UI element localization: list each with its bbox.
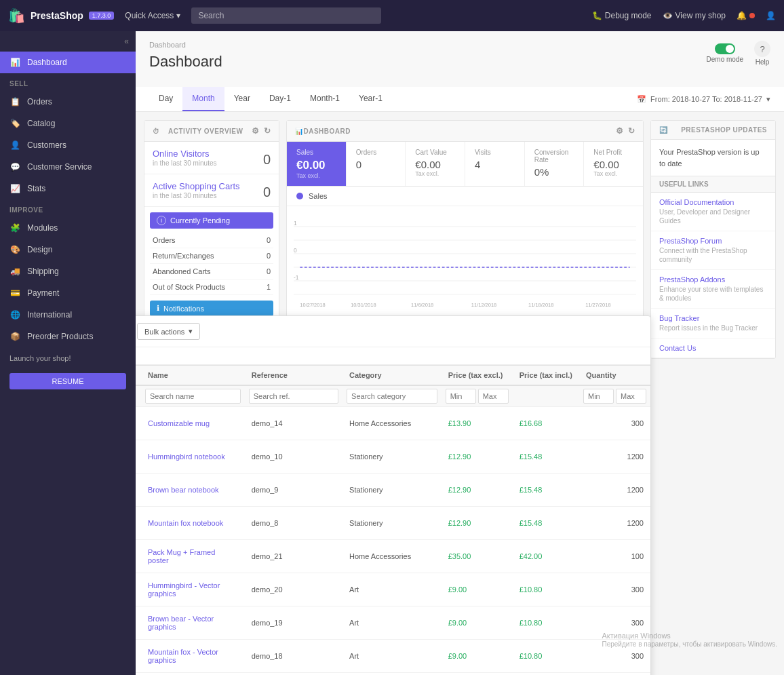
- notifications-button[interactable]: 🔔: [737, 11, 755, 20]
- useful-link-bug-tracker[interactable]: Bug Tracker Report issues in the Bug Tra…: [651, 309, 775, 339]
- period-tab-month-minus1[interactable]: Month-1: [300, 87, 349, 111]
- product-name-link[interactable]: Hummingbird notebook: [148, 452, 225, 461]
- logo-text: PrestaShop: [31, 10, 83, 21]
- settings-icon[interactable]: ⚙: [252, 126, 260, 136]
- cell-quantity: 300: [579, 606, 650, 640]
- sidebar-item-customer-service[interactable]: 💬 Customer Service: [0, 156, 136, 178]
- sidebar-item-stats[interactable]: 📈 Stats: [0, 178, 136, 199]
- out-of-stock-row[interactable]: Out of Stock Products 1: [150, 279, 273, 295]
- launch-your-shop-text[interactable]: Launch your shop!: [0, 347, 136, 369]
- period-tab-day[interactable]: Day: [149, 87, 182, 111]
- resume-button[interactable]: RESUME: [9, 373, 126, 389]
- svg-text:11/12/2018: 11/12/2018: [471, 302, 496, 308]
- metric-sales: Sales €0.00 Tax excl.: [287, 142, 347, 186]
- sidebar-item-international[interactable]: 🌐 International: [0, 304, 136, 326]
- pending-returns-row[interactable]: Return/Exchanges 0: [150, 248, 273, 264]
- period-tab-day-minus1[interactable]: Day-1: [260, 87, 300, 111]
- date-range-picker[interactable]: 📅 From: 2018-10-27 To: 2018-11-27 ▾: [637, 95, 770, 104]
- useful-link-contact[interactable]: Contact Us: [651, 339, 775, 358]
- sidebar-item-modules[interactable]: 🧩 Modules: [0, 217, 136, 239]
- eye-icon: 👁️: [663, 11, 673, 20]
- price-excl-min-input[interactable]: [446, 389, 476, 404]
- abandoned-carts-row[interactable]: Abandoned Carts 0: [150, 264, 273, 279]
- cell-category: Home Accessories: [342, 407, 442, 440]
- product-name-link[interactable]: Brown bear notebook: [148, 486, 219, 494]
- useful-link-forum[interactable]: PrestaShop Forum Connect with the Presta…: [651, 231, 775, 270]
- sidebar-item-label: Customers: [27, 140, 66, 150]
- chart-refresh-icon[interactable]: ↻: [628, 126, 635, 136]
- stats-icon: 📈: [9, 184, 20, 193]
- col-name: Name: [141, 366, 245, 386]
- refresh-icon[interactable]: ↻: [264, 126, 271, 136]
- quick-access-button[interactable]: Quick Access ▾: [125, 11, 180, 20]
- cell-price-incl: £10.80: [513, 573, 579, 606]
- version-badge: 1.7.3.0: [89, 12, 115, 20]
- sidebar-item-customers[interactable]: 👤 Customers: [0, 134, 136, 156]
- product-name-link[interactable]: Customizable mug: [148, 419, 210, 427]
- search-category-input[interactable]: [347, 389, 437, 404]
- bulk-actions-button[interactable]: Bulk actions ▾: [137, 323, 200, 340]
- sidebar-item-catalog[interactable]: 🏷️ Catalog: [0, 113, 136, 134]
- notification-indicator: [749, 13, 755, 18]
- cell-name: Pack Mug + Framed poster: [141, 540, 245, 573]
- dashboard-icon: 📊: [9, 58, 20, 67]
- cell-name: Customizable mug: [141, 407, 245, 440]
- cell-price-excl: £9.00: [442, 573, 513, 606]
- demo-mode-toggle[interactable]: Demo mode: [707, 43, 743, 63]
- cell-name: Brown bear - Vector graphics: [141, 606, 245, 640]
- pending-orders-row[interactable]: Orders 0: [150, 233, 273, 248]
- user-account-button[interactable]: 👤: [766, 11, 776, 20]
- price-excl-max-input[interactable]: [478, 389, 509, 404]
- toggle-switch[interactable]: [715, 43, 735, 54]
- qty-min-input[interactable]: [583, 389, 614, 404]
- useful-link-docs[interactable]: Official Documentation User, Developer a…: [651, 193, 775, 231]
- period-tab-year[interactable]: Year: [224, 87, 260, 111]
- product-name-link[interactable]: Brown bear - Vector graphics: [148, 615, 214, 631]
- cell-category: Art: [342, 606, 442, 640]
- product-name-link[interactable]: Mountain fox - Vector graphics: [148, 648, 218, 664]
- cell-category: Art: [342, 640, 442, 673]
- debug-mode-button[interactable]: 🐛 Debug mode: [592, 11, 652, 20]
- active-carts-count: 0: [263, 185, 271, 200]
- chart-settings-icon[interactable]: ⚙: [616, 126, 624, 136]
- online-visitors-item: Online Visitors in the last 30 minutes 0: [144, 142, 279, 174]
- cell-price-incl: £10.80: [513, 640, 579, 673]
- product-name-link[interactable]: Hummingbird - Vector graphics: [148, 581, 220, 598]
- cell-name: Hummingbird - Vector graphics: [141, 573, 245, 606]
- sidebar-collapse-button[interactable]: «: [0, 31, 136, 52]
- sidebar-item-dashboard[interactable]: 📊 Dashboard: [0, 52, 136, 73]
- metric-net-profit: Net Profit €0.00 Tax excl.: [584, 142, 643, 186]
- active-shopping-carts-link[interactable]: Active Shopping Carts: [153, 181, 271, 191]
- period-tab-month[interactable]: Month: [182, 87, 224, 111]
- help-button[interactable]: ? Help: [754, 41, 770, 66]
- sidebar-item-orders[interactable]: 📋 Orders: [0, 91, 136, 113]
- view-my-shop-button[interactable]: 👁️ View my shop: [663, 11, 726, 20]
- shipping-icon: 🚚: [9, 267, 20, 276]
- search-name-input[interactable]: [145, 389, 241, 404]
- legend-dot-sales: [296, 193, 303, 199]
- online-visitors-link[interactable]: Online Visitors: [153, 149, 271, 159]
- period-tab-year-minus1[interactable]: Year-1: [349, 87, 392, 111]
- useful-link-addons[interactable]: PrestaShop Addons Enhance your store wit…: [651, 270, 775, 309]
- sidebar-item-shipping[interactable]: 🚚 Shipping: [0, 261, 136, 282]
- bell-icon: 🔔: [737, 11, 747, 20]
- chart-svg: 1 0 -1 10/27/2018 10/31/2018 11/6/2018 1…: [294, 213, 636, 308]
- product-name-link[interactable]: Mountain fox notebook: [148, 519, 223, 527]
- col-category: Category: [342, 366, 442, 386]
- catalog-icon: 🏷️: [9, 119, 20, 128]
- metric-visits: Visits 4: [465, 142, 525, 186]
- cell-name: Mountain fox notebook: [141, 507, 245, 540]
- help-icon: ?: [754, 41, 770, 57]
- chevron-down-icon: ▾: [176, 11, 180, 20]
- sidebar-item-payment[interactable]: 💳 Payment: [0, 282, 136, 304]
- chart-metrics: Sales €0.00 Tax excl. Orders 0 Cart Valu…: [287, 142, 643, 187]
- search-ref-input[interactable]: [249, 389, 338, 404]
- sidebar-item-design[interactable]: 🎨 Design: [0, 239, 136, 261]
- sidebar-item-preorder[interactable]: 📦 Preorder Products: [0, 326, 136, 347]
- qty-max-input[interactable]: [616, 389, 646, 404]
- product-name-link[interactable]: Pack Mug + Framed poster: [148, 548, 215, 564]
- collapse-icon: «: [124, 37, 129, 46]
- cell-price-excl: £9.00: [442, 640, 513, 673]
- cell-quantity: 300: [579, 407, 650, 440]
- top-search-input[interactable]: [191, 7, 381, 24]
